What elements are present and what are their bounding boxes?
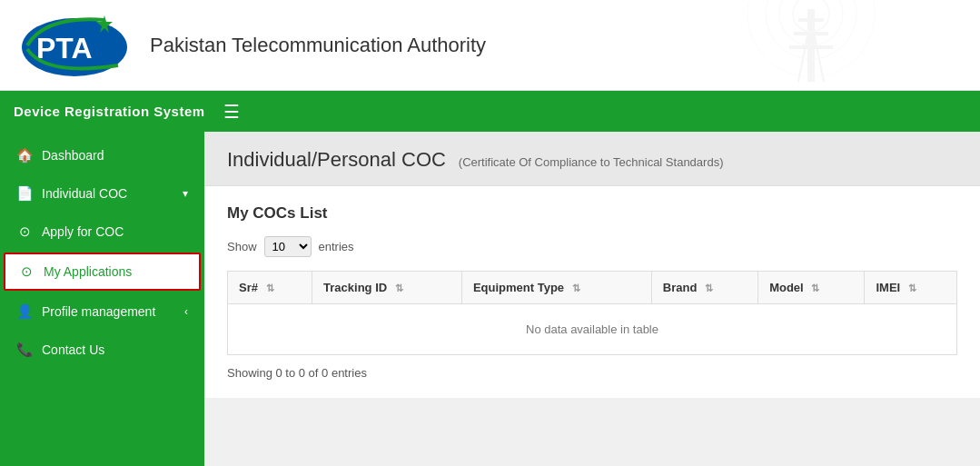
sidebar-item-contact-us[interactable]: 📞 Contact Us (0, 331, 204, 369)
page-header: PTA Pakistan Telecommunication Authority (0, 0, 980, 91)
sidebar-item-apply-coc[interactable]: ⊙ Apply for COC (0, 213, 204, 251)
pta-logo: PTA (18, 11, 136, 79)
apply-coc-icon: ⊙ (16, 223, 33, 240)
profile-icon: 👤 (16, 303, 33, 320)
col-equipment-label: Equipment Type (473, 281, 564, 294)
sidebar-item-my-applications[interactable]: ⊙ My Applications (4, 253, 201, 291)
col-model-label: Model (769, 281, 804, 294)
show-entries-control: Show 10 25 50 100 entries (227, 236, 957, 257)
sort-icon-sr: ⇅ (266, 283, 274, 294)
col-sr[interactable]: Sr# ⇅ (228, 272, 312, 304)
content-area: My COCs List Show 10 25 50 100 entries S… (204, 186, 980, 398)
dashboard-icon: 🏠 (16, 147, 33, 164)
document-icon: 📄 (16, 185, 33, 202)
app-layout: 🏠 Dashboard 📄 Individual COC ▾ ⊙ Apply f… (0, 132, 980, 466)
sort-icon-imei: ⇅ (908, 283, 916, 294)
col-tracking-label: Tracking ID (323, 281, 387, 294)
main-content: Individual/Personal COC (Certificate Of … (204, 132, 980, 466)
sort-icon-tracking: ⇅ (395, 283, 403, 294)
col-equipment-type[interactable]: Equipment Type ⇅ (461, 272, 651, 304)
chevron-left-icon: ‹ (184, 305, 188, 318)
header-background (662, 0, 980, 91)
org-name: Pakistan Telecommunication Authority (150, 34, 486, 57)
sidebar-item-label: Contact Us (42, 342, 104, 357)
hamburger-icon[interactable]: ☰ (223, 101, 240, 123)
sidebar-item-label: Dashboard (42, 148, 104, 163)
sidebar-item-label: My Applications (44, 264, 132, 279)
sort-icon-model: ⇅ (811, 283, 819, 294)
no-data-row: No data available in table (228, 304, 957, 355)
section-title: My COCs List (227, 204, 957, 223)
phone-icon: 📞 (16, 342, 33, 358)
table-body: No data available in table (228, 304, 957, 355)
chevron-down-icon: ▾ (183, 187, 188, 200)
showing-entries-text: Showing 0 to 0 of 0 entries (227, 366, 957, 380)
sidebar-item-dashboard[interactable]: 🏠 Dashboard (0, 136, 204, 174)
col-brand[interactable]: Brand ⇅ (651, 272, 757, 304)
sort-icon-equipment: ⇅ (572, 283, 580, 294)
svg-rect-6 (789, 45, 833, 49)
sidebar-item-label: Profile management (42, 304, 155, 319)
page-title: Individual/Personal COC (227, 148, 446, 171)
sidebar-item-label: Individual COC (42, 186, 127, 201)
logo-area: PTA Pakistan Telecommunication Authority (18, 11, 486, 79)
col-imei-label: IMEI (876, 281, 900, 294)
coc-table: Sr# ⇅ Tracking ID ⇅ Equipment Type ⇅ B (227, 271, 957, 355)
page-subtitle: (Certificate Of Compliance to Technical … (459, 155, 724, 169)
sidebar-item-profile-management[interactable]: 👤 Profile management ‹ (0, 292, 204, 331)
navbar: Device Registration System ☰ (0, 91, 980, 132)
col-brand-label: Brand (663, 281, 698, 294)
show-label: Show (227, 240, 257, 253)
col-model[interactable]: Model ⇅ (758, 272, 865, 304)
page-title-area: Individual/Personal COC (Certificate Of … (204, 132, 980, 186)
sidebar: 🏠 Dashboard 📄 Individual COC ▾ ⊙ Apply f… (0, 132, 204, 466)
entries-select[interactable]: 10 25 50 100 (264, 236, 312, 257)
no-data-message: No data available in table (228, 304, 957, 355)
col-imei[interactable]: IMEI ⇅ (865, 272, 957, 304)
system-name: Device Registration System (14, 104, 205, 119)
sidebar-item-individual-coc[interactable]: 📄 Individual COC ▾ (0, 174, 204, 213)
col-sr-label: Sr# (239, 281, 258, 294)
sort-icon-brand: ⇅ (705, 283, 713, 294)
col-tracking-id[interactable]: Tracking ID ⇅ (312, 272, 462, 304)
sidebar-item-label: Apply for COC (42, 224, 124, 239)
svg-text:PTA: PTA (36, 32, 93, 64)
my-applications-icon: ⊙ (18, 263, 35, 280)
entries-label: entries (319, 240, 354, 253)
table-header-row: Sr# ⇅ Tracking ID ⇅ Equipment Type ⇅ B (228, 272, 957, 304)
